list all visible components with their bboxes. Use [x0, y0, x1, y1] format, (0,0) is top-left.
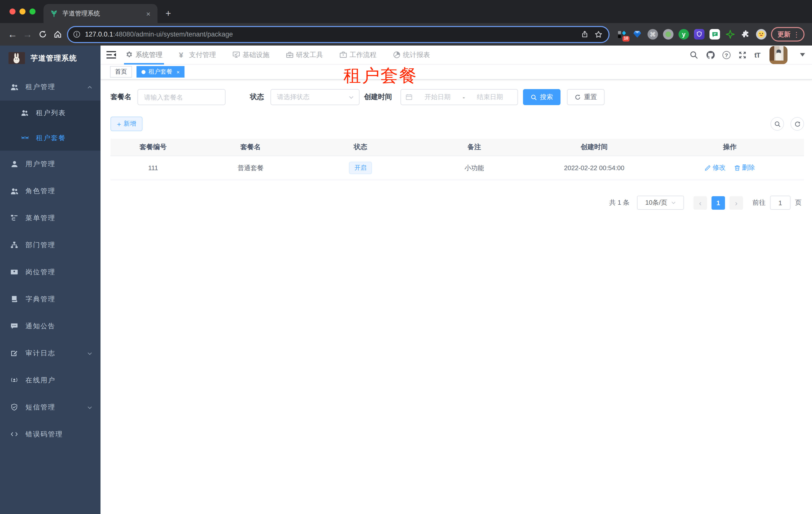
search-button[interactable]: 搜索 — [523, 89, 560, 105]
col-header-status[interactable]: 状态 — [305, 143, 415, 152]
date-start-placeholder: 开始日期 — [414, 92, 461, 102]
col-header-remark[interactable]: 备注 — [416, 143, 533, 152]
col-header-created[interactable]: 创建时间 — [533, 143, 656, 152]
top-nav-workflow[interactable]: 工作流程 — [340, 46, 377, 64]
package-name-input[interactable] — [138, 89, 226, 105]
sidebar-menu: 租户管理 租户列表 — [0, 74, 100, 448]
extension-command-icon[interactable]: ⌘ — [647, 29, 658, 39]
search-icon[interactable] — [690, 50, 698, 59]
next-page-button[interactable]: › — [729, 196, 743, 210]
top-nav-dev-tools[interactable]: 研发工具 — [286, 46, 323, 64]
top-nav-reports[interactable]: 统计报表 — [393, 46, 430, 64]
sidebar-item-label: 角色管理 — [26, 187, 56, 196]
sidebar-item-error-code[interactable]: 错误码管理 — [0, 421, 100, 448]
browser-menu-icon[interactable]: ⋮ — [793, 30, 800, 38]
close-window-button[interactable] — [9, 8, 16, 15]
sidebar-item-dict-management[interactable]: 字典管理 — [0, 286, 100, 313]
delete-link[interactable]: 删除 — [734, 163, 755, 172]
reset-button[interactable]: 重置 — [567, 89, 605, 105]
sidebar-item-tenant-list[interactable]: 租户列表 — [0, 101, 100, 126]
extension-gem-icon[interactable] — [632, 29, 642, 39]
help-icon[interactable]: ? — [723, 51, 730, 59]
extension-shield-icon[interactable] — [694, 29, 704, 39]
pagination-total: 共 1 条 — [609, 198, 630, 207]
chevron-up-icon — [87, 84, 92, 90]
sidebar-collapse-icon[interactable] — [107, 51, 116, 59]
sidebar-item-label: 通知公告 — [26, 322, 56, 331]
browser-update-button[interactable]: 更新 ⋮ — [771, 27, 805, 42]
page-size-select[interactable]: 10条/页 — [637, 196, 684, 210]
browser-tab[interactable]: 芋道管理系统 × — [44, 4, 157, 23]
col-header-actions[interactable]: 操作 — [656, 143, 804, 152]
toggle-search-button[interactable] — [771, 117, 784, 131]
refresh-table-button[interactable] — [790, 117, 804, 131]
github-icon[interactable] — [706, 50, 715, 59]
refresh-icon — [575, 94, 581, 100]
cell-actions: 修改 删除 — [656, 163, 804, 173]
book-icon — [10, 295, 19, 303]
user-avatar[interactable] — [770, 46, 787, 64]
reload-button[interactable] — [35, 27, 50, 42]
sidebar-item-audit-log[interactable]: 审计日志 — [0, 340, 100, 367]
tag-tenant-package[interactable]: 租户套餐 × — [137, 66, 185, 78]
col-header-package-name[interactable]: 套餐名 — [196, 143, 305, 152]
extension-dot-icon[interactable] — [663, 29, 673, 39]
tag-close-icon[interactable]: × — [176, 69, 180, 75]
minimize-window-button[interactable] — [20, 8, 26, 15]
active-tag-dot — [142, 70, 145, 74]
extension-chat-icon[interactable] — [709, 29, 720, 39]
extensions-puzzle-icon[interactable] — [741, 29, 751, 39]
sidebar-item-notice[interactable]: 通知公告 — [0, 313, 100, 340]
sidebar-logo-row[interactable]: 芋道管理系统 — [0, 46, 100, 71]
sidebar-item-tenant-management[interactable]: 租户管理 — [0, 74, 100, 101]
url-path: :48080/admin-ui/system/tenant/package — [113, 30, 233, 38]
delete-link-label: 删除 — [742, 163, 755, 172]
fullscreen-icon[interactable] — [738, 50, 747, 59]
bookmark-star-icon[interactable] — [594, 30, 603, 38]
share-icon[interactable] — [581, 30, 588, 38]
add-button[interactable]: + 新增 — [111, 117, 143, 131]
sidebar-item-menu-management[interactable]: 菜单管理 — [0, 205, 100, 232]
sidebar-item-department-management[interactable]: 部门管理 — [0, 232, 100, 259]
col-header-package-id[interactable]: 套餐编号 — [111, 143, 196, 152]
sidebar-item-sms-management[interactable]: 短信管理 — [0, 394, 100, 421]
top-nav-infrastructure[interactable]: 基础设施 — [232, 46, 269, 64]
date-range-picker[interactable]: 开始日期 - 结束日期 — [401, 89, 518, 105]
edit-link[interactable]: 修改 — [704, 163, 725, 172]
top-nav-payment[interactable]: ¥ 支付管理 — [179, 46, 216, 64]
avatar-dropdown-caret-icon[interactable] — [800, 53, 805, 57]
font-size-icon[interactable]: tT — [754, 51, 760, 59]
sidebar-item-online-users[interactable]: 在线用户 — [0, 367, 100, 394]
edit-link-label: 修改 — [713, 163, 725, 172]
create-time-label: 创建时间 — [364, 92, 392, 102]
chevron-down-icon — [87, 351, 92, 356]
current-page[interactable]: 1 — [712, 196, 725, 210]
code-icon — [10, 430, 19, 438]
new-tab-button[interactable]: + — [157, 8, 171, 23]
extension-tabs-icon[interactable]: 10 — [616, 29, 627, 39]
status-badge[interactable]: 开启 — [349, 162, 372, 174]
zoom-window-button[interactable] — [29, 8, 35, 15]
tag-home[interactable]: 首页 — [110, 66, 132, 78]
goto-page-input[interactable] — [770, 196, 790, 210]
status-select[interactable]: 请选择状态 — [270, 89, 359, 105]
urlbar-actions — [581, 30, 603, 38]
tab-close-icon[interactable]: × — [144, 9, 152, 18]
prev-page-button[interactable]: ‹ — [694, 196, 707, 210]
forward-button[interactable]: → — [20, 27, 35, 42]
extension-emoji-icon[interactable] — [756, 29, 766, 39]
extension-y-icon[interactable]: y — [678, 29, 689, 39]
sidebar-item-post-management[interactable]: 岗位管理 — [0, 259, 100, 286]
back-button[interactable]: ← — [5, 27, 20, 42]
home-button[interactable] — [50, 27, 65, 42]
site-info-icon[interactable] — [73, 30, 81, 38]
table-row[interactable]: 111 普通套餐 开启 小功能 2022-02-22 00:54:00 — [111, 156, 804, 180]
top-nav-system[interactable]: 系统管理 — [125, 46, 163, 64]
sidebar-item-user-management[interactable]: 用户管理 — [0, 151, 100, 178]
edit-log-icon — [10, 349, 19, 357]
extension-sparkle-icon[interactable] — [725, 29, 735, 39]
sidebar-item-role-management[interactable]: 角色管理 — [0, 178, 100, 205]
sidebar-item-tenant-package[interactable]: 租户套餐 — [0, 126, 100, 151]
address-bar[interactable]: 127.0.0.1:48080/admin-ui/system/tenant/p… — [67, 26, 609, 43]
date-end-placeholder: 结束日期 — [467, 92, 513, 102]
